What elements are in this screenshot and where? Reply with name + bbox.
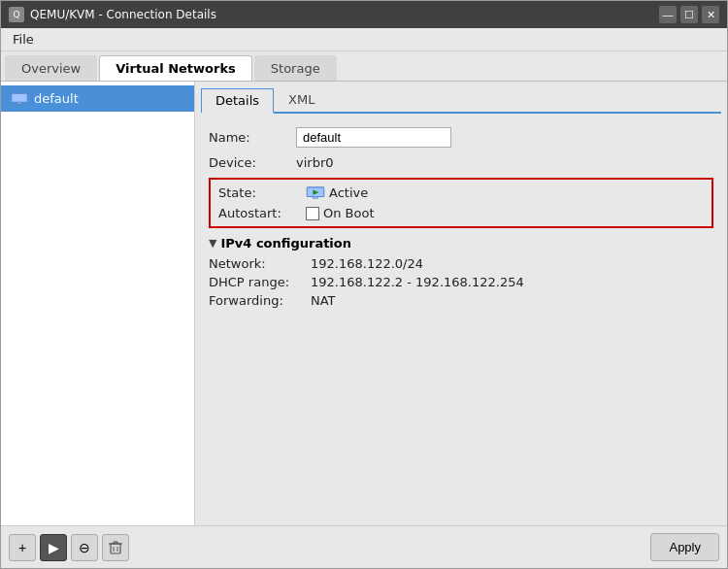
delete-network-button[interactable] bbox=[102, 534, 129, 561]
name-row: Name: bbox=[209, 127, 713, 148]
name-input[interactable] bbox=[296, 127, 451, 148]
start-network-button[interactable]: ▶ bbox=[40, 534, 67, 561]
ipv4-dhcp-row: DHCP range: 192.168.122.2 - 192.168.122.… bbox=[209, 275, 713, 289]
svg-rect-4 bbox=[313, 196, 317, 198]
close-button[interactable]: ✕ bbox=[702, 6, 719, 23]
delete-icon bbox=[108, 540, 123, 555]
main-window: Q QEMU/KVM - Connection Details — ☐ ✕ Fi… bbox=[0, 0, 728, 569]
ipv4-forwarding-value: NAT bbox=[311, 293, 336, 308]
stop-network-button[interactable]: ⊖ bbox=[71, 534, 98, 561]
network-icon bbox=[11, 92, 28, 106]
minimize-button[interactable]: — bbox=[659, 6, 677, 23]
ipv4-dhcp-value: 192.168.122.2 - 192.168.122.254 bbox=[311, 275, 524, 289]
bottom-left-buttons: + ▶ ⊖ bbox=[9, 534, 129, 561]
state-value: Active bbox=[329, 185, 368, 200]
ipv4-forwarding-label: Forwarding: bbox=[209, 293, 311, 308]
tab-details[interactable]: Details bbox=[201, 88, 274, 114]
autostart-checkbox[interactable] bbox=[306, 207, 319, 220]
tab-overview[interactable]: Overview bbox=[5, 55, 97, 81]
device-row: Device: virbr0 bbox=[209, 155, 713, 170]
svg-rect-2 bbox=[15, 103, 24, 104]
ipv4-network-row: Network: 192.168.122.0/24 bbox=[209, 256, 713, 271]
tab-xml[interactable]: XML bbox=[274, 87, 329, 112]
state-row: State: Active bbox=[218, 185, 704, 200]
tab-storage[interactable]: Storage bbox=[254, 55, 337, 81]
ipv4-section: ▼ IPv4 configuration Network: 192.168.12… bbox=[209, 236, 713, 308]
state-label: State: bbox=[218, 185, 306, 200]
ipv4-header: ▼ IPv4 configuration bbox=[209, 236, 713, 251]
svg-rect-6 bbox=[111, 544, 120, 553]
window-title: QEMU/KVM - Connection Details bbox=[30, 8, 216, 21]
ipv4-collapse-icon[interactable]: ▼ bbox=[209, 237, 216, 250]
top-tab-bar: Overview Virtual Networks Storage bbox=[1, 51, 727, 82]
maximize-button[interactable]: ☐ bbox=[680, 6, 698, 23]
add-network-button[interactable]: + bbox=[9, 534, 36, 561]
autostart-label: Autostart: bbox=[218, 206, 306, 220]
main-content: default Details XML Name: Device: vi bbox=[1, 82, 727, 525]
details-form: Name: Device: virbr0 State: bbox=[201, 123, 721, 316]
tab-virtual-networks[interactable]: Virtual Networks bbox=[99, 55, 252, 81]
sidebar-item-default[interactable]: default bbox=[1, 85, 194, 112]
bottom-bar: + ▶ ⊖ Apply bbox=[1, 525, 727, 568]
ipv4-network-value: 192.168.122.0/24 bbox=[311, 256, 423, 271]
sidebar: default bbox=[1, 82, 195, 525]
title-bar-left: Q QEMU/KVM - Connection Details bbox=[9, 7, 216, 22]
app-icon: Q bbox=[9, 7, 24, 22]
ipv4-forwarding-row: Forwarding: NAT bbox=[209, 293, 713, 308]
device-value: virbr0 bbox=[296, 155, 334, 170]
svg-rect-0 bbox=[12, 93, 27, 102]
autostart-row: Autostart: On Boot bbox=[218, 206, 704, 220]
ipv4-title: IPv4 configuration bbox=[220, 236, 351, 251]
file-menu[interactable]: File bbox=[5, 30, 42, 49]
ipv4-dhcp-label: DHCP range: bbox=[209, 275, 311, 289]
state-box: State: Active Autostart: On Boot bbox=[209, 178, 713, 228]
state-active-icon bbox=[306, 186, 325, 200]
inner-tab-bar: Details XML bbox=[201, 87, 721, 114]
window-controls: — ☐ ✕ bbox=[659, 6, 719, 23]
name-label: Name: bbox=[209, 130, 296, 145]
network-item-label: default bbox=[34, 91, 79, 106]
ipv4-network-label: Network: bbox=[209, 256, 311, 271]
svg-rect-1 bbox=[17, 102, 22, 104]
apply-button[interactable]: Apply bbox=[650, 533, 719, 561]
right-panel: Details XML Name: Device: virbr0 bbox=[195, 82, 727, 525]
menu-bar: File bbox=[1, 28, 727, 51]
device-label: Device: bbox=[209, 155, 296, 170]
title-bar: Q QEMU/KVM - Connection Details — ☐ ✕ bbox=[1, 1, 727, 28]
autostart-value: On Boot bbox=[323, 206, 375, 220]
